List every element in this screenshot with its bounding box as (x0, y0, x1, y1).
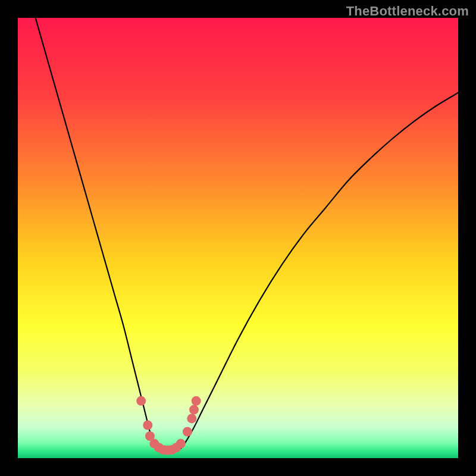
plot-area (18, 18, 458, 458)
marker-dot (192, 396, 201, 406)
gradient-background (18, 18, 458, 458)
marker-dot (183, 427, 192, 437)
marker-dot (136, 396, 146, 406)
marker-dot (176, 439, 186, 449)
chart-frame: TheBottleneck.com (0, 0, 476, 476)
marker-dot (143, 421, 152, 430)
watermark-text: TheBottleneck.com (346, 4, 469, 19)
marker-dot (189, 405, 199, 415)
chart-svg (18, 18, 458, 458)
marker-dot (187, 414, 196, 423)
